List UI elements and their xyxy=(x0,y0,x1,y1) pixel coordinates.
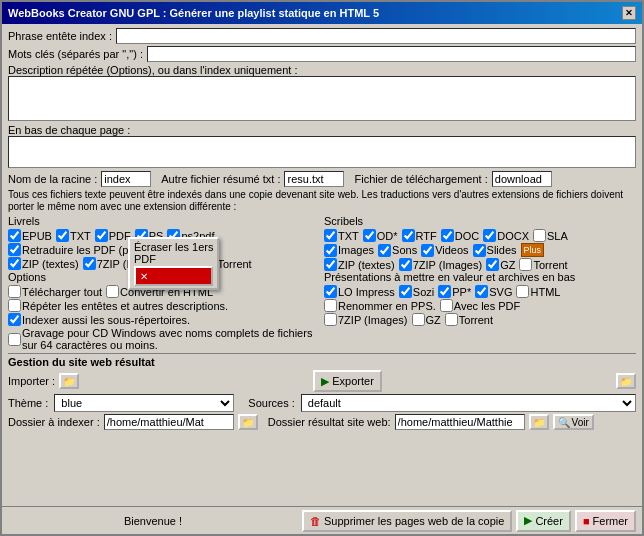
zip-textes-l-check[interactable] xyxy=(8,257,21,270)
rtf-check[interactable] xyxy=(402,229,415,242)
nom-racine-label: Nom de la racine : xyxy=(8,173,97,185)
gz-p-check[interactable] xyxy=(412,313,425,326)
theme-select[interactable]: blue red green default xyxy=(54,394,234,412)
docx-check[interactable] xyxy=(483,229,496,242)
7zip-images-l-check[interactable] xyxy=(83,257,96,270)
nom-racine-input[interactable] xyxy=(101,171,151,187)
description-label: Description répétée (Options), ou dans l… xyxy=(8,64,298,76)
mots-cles-label: Mots clés (séparés par ",") : xyxy=(8,48,143,60)
importer-folder-btn[interactable]: 📁 xyxy=(59,373,79,389)
dossier-indexer-label: Dossier à indexer : xyxy=(8,416,100,428)
pp-check[interactable] xyxy=(438,285,451,298)
voir-label: Voir xyxy=(572,417,589,428)
phrase-input[interactable] xyxy=(116,28,636,44)
import-export-row: Importer : 📁 ▶ Exporter 📁 xyxy=(8,370,636,392)
phrase-label: Phrase entête index : xyxy=(8,30,112,42)
torrent-p-check[interactable] xyxy=(445,313,458,326)
options-row3: Indexer aussi les sous-répertoires. xyxy=(8,313,320,326)
videos-check[interactable] xyxy=(421,244,434,257)
renommer-pps-check[interactable] xyxy=(324,299,337,312)
plus-button[interactable]: Plus xyxy=(521,243,545,257)
slides-check[interactable] xyxy=(473,244,486,257)
gravage-cd-check[interactable] xyxy=(8,333,21,346)
dossier-resultat-input[interactable] xyxy=(395,414,525,430)
fichier-telechargement-input[interactable] xyxy=(492,171,552,187)
status-label: Bienvenue ! xyxy=(8,515,298,527)
epub-check[interactable] xyxy=(8,229,21,242)
autre-fichier-input[interactable] xyxy=(284,171,344,187)
voir-btn[interactable]: 🔍 Voir xyxy=(553,414,594,430)
dossier-resultat-browse-btn[interactable]: 📁 xyxy=(529,414,549,430)
files-row: Nom de la racine : Autre fichier résumé … xyxy=(8,171,636,187)
sons-check[interactable] xyxy=(378,244,391,257)
supprimer-btn[interactable]: 🗑 Supprimer les pages web de la copie xyxy=(302,510,512,532)
close-button[interactable]: ✕ xyxy=(622,6,636,20)
creer-label: Créer xyxy=(535,515,563,527)
autre-fichier-label: Autre fichier résumé txt : xyxy=(161,173,280,185)
pdf-check[interactable] xyxy=(95,229,108,242)
livrels-scribels-section: Livrels EPUB TXT PDF PS ps2pdf Retraduir… xyxy=(8,215,636,271)
exporter-btn[interactable]: ▶ Exporter xyxy=(313,370,382,392)
description-row: Description répétée (Options), ou dans l… xyxy=(8,64,636,123)
doc-check[interactable] xyxy=(441,229,454,242)
fermer-btn[interactable]: ■ Fermer xyxy=(575,510,636,532)
options-row2: Répéter les entêtes et autres descriptio… xyxy=(8,299,320,312)
7zip-images-s-check[interactable] xyxy=(399,258,412,271)
bas-page-textarea[interactable] xyxy=(8,136,636,168)
svg-check[interactable] xyxy=(475,285,488,298)
presentations-title: Présentations à mettre en valeur et arch… xyxy=(324,271,636,283)
dossier-indexer-browse-btn[interactable]: 📁 xyxy=(238,414,258,430)
title-bar: WebBooks Creator GNU GPL : Générer une p… xyxy=(2,2,642,24)
phrase-row: Phrase entête index : xyxy=(8,28,636,44)
supprimer-label: Supprimer les pages web de la copie xyxy=(324,515,504,527)
theme-label: Thème : xyxy=(8,397,48,409)
creer-btn[interactable]: ▶ Créer xyxy=(516,510,571,532)
scribels-title: Scribels xyxy=(324,215,636,227)
mots-cles-input[interactable] xyxy=(147,46,636,62)
sources-select[interactable]: default custom xyxy=(301,394,636,412)
info-text: Tous ces fichiers texte peuvent être ind… xyxy=(8,189,636,213)
livrels-title: Livrels xyxy=(8,215,320,227)
gz-s-check[interactable] xyxy=(486,258,499,271)
retraduire-check[interactable] xyxy=(8,243,21,256)
presentations-row1: LO Impress Sozi PP* SVG HTML xyxy=(324,285,636,298)
presentations-col: Présentations à mettre en valeur et arch… xyxy=(324,271,636,351)
html-check[interactable] xyxy=(516,285,529,298)
convertir-html-check[interactable] xyxy=(106,285,119,298)
dossier-indexer-input[interactable] xyxy=(104,414,234,430)
creer-icon: ▶ xyxy=(524,514,532,527)
txt-s-check[interactable] xyxy=(324,229,337,242)
lo-impress-check[interactable] xyxy=(324,285,337,298)
content-area: Phrase entête index : Mots clés (séparés… xyxy=(2,24,642,506)
zip-textes-s-check[interactable] xyxy=(324,258,337,271)
indexer-sous-rep-check[interactable] xyxy=(8,313,21,326)
scribels-row3: ZIP (textes) 7ZIP (Images) GZ Torrent xyxy=(324,258,636,271)
importer-label: Importer : xyxy=(8,375,55,387)
main-window: WebBooks Creator GNU GPL : Générer une p… xyxy=(0,0,644,536)
overlay-close-btn[interactable]: ✕ xyxy=(134,266,213,286)
7zip-images-p-check[interactable] xyxy=(324,313,337,326)
options-row4: Gravage pour CD Windows avec noms comple… xyxy=(8,327,320,351)
bas-page-row: En bas de chaque page : xyxy=(8,124,636,170)
torrent-s-check[interactable] xyxy=(519,258,532,271)
presentations-row2: Renommer en PPS. Avec les PDF xyxy=(324,299,636,312)
avec-pdf-check[interactable] xyxy=(440,299,453,312)
sozi-check[interactable] xyxy=(399,285,412,298)
txt-check[interactable] xyxy=(56,229,69,242)
images-check[interactable] xyxy=(324,244,337,257)
telecharger-tout-check[interactable] xyxy=(8,285,21,298)
window-title: WebBooks Creator GNU GPL : Générer une p… xyxy=(8,7,379,19)
sla-check[interactable] xyxy=(533,229,546,242)
sources-label: Sources : xyxy=(248,397,294,409)
exporter-icon: ▶ xyxy=(321,375,329,388)
overlay-box: Écraser les 1ers PDF ✕ xyxy=(128,237,219,290)
presentations-row3: 7ZIP (Images) GZ Torrent xyxy=(324,313,636,326)
export-folder-btn[interactable]: 📁 xyxy=(616,373,636,389)
dossier-resultat-label: Dossier résultat site web: xyxy=(268,416,391,428)
supprimer-icon: 🗑 xyxy=(310,515,321,527)
od-check[interactable] xyxy=(363,229,376,242)
overlay-line2: PDF xyxy=(134,253,213,265)
description-textarea[interactable] xyxy=(8,76,636,121)
scribels-row1: TXT OD* RTF DOC DOCX SLA xyxy=(324,229,636,242)
repeter-entetes-check[interactable] xyxy=(8,299,21,312)
